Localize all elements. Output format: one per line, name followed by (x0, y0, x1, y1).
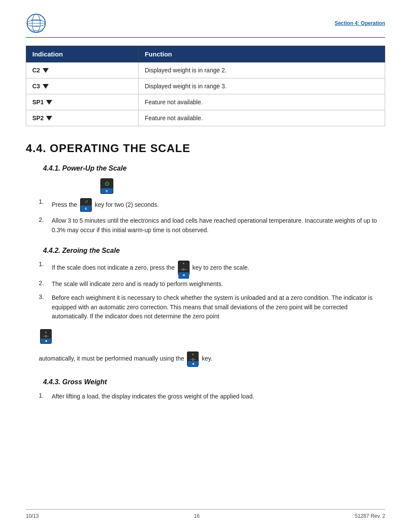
table-cell-indication: SP2 (26, 110, 139, 126)
indication-table: Indication Function C2 Displayed weight … (26, 46, 385, 126)
section-44-heading: 4.4. Operating the Scale (26, 142, 385, 155)
triangle-down-icon (43, 84, 49, 89)
page-header: FAIRBANKS SCALE Section 4: Operation (26, 13, 385, 38)
subsection-443-heading: 4.4.3. Gross Weight (43, 378, 385, 386)
power-symbol: ⏻ (105, 181, 109, 186)
svg-text:SCALE: SCALE (34, 25, 39, 27)
subsection-443: 4.4.3. Gross Weight 1. After lifting a l… (26, 378, 385, 401)
triangle-down-icon (43, 68, 49, 73)
table-cell-function: Displayed weight is in range 3. (138, 78, 385, 94)
zero-key-inline: ● →0← ◄ (178, 261, 190, 275)
list-item: 1. Press the ↺ c key for two (2) seconds… (39, 198, 385, 212)
subsection-441: 4.4.1. Power-Up the Scale ⏻ c 1. Press t… (26, 165, 385, 235)
subsection-441-heading: 4.4.1. Power-Up the Scale (43, 165, 385, 172)
table-cell-indication: C3 (26, 78, 139, 94)
zero-key-inline-3: ● →0← ◄ (187, 352, 199, 366)
list-item-content: The scale will indicate zero and is read… (52, 280, 385, 289)
c-key-inline: ↺ c (80, 198, 92, 212)
list-443: 1. After lifting a load, the display ind… (39, 392, 385, 401)
subsection-442-heading: 4.4.2. Zeroing the Scale (43, 247, 385, 255)
footer-doc: 51287 Rev. 2 (355, 513, 385, 519)
list-item-content: If the scale does not indicate a zero, p… (52, 261, 385, 275)
triangle-down-icon (46, 116, 52, 121)
list-item-content: Press the ↺ c key for two (2) seconds. (52, 198, 385, 212)
section-title: Section 4: Operation (335, 20, 385, 26)
section-44: 4.4. Operating the Scale 4.4.1. Power-Up… (26, 142, 385, 401)
indication-label: SP2 (32, 115, 44, 121)
col-function: Function (138, 46, 385, 62)
table-cell-indication: SP1 (26, 94, 139, 110)
indication-label: SP1 (32, 99, 44, 106)
logo-area: FAIRBANKS SCALE (26, 13, 47, 34)
table-row: C3 Displayed weight is in range 3. (26, 78, 385, 94)
list-item-content: Allow 3 to 5 minutes until the electroni… (52, 216, 385, 235)
key-c-label: c (101, 188, 113, 193)
table-row: SP1 Feature not available. (26, 94, 385, 110)
zero-continuation: ● →0← ◄ (39, 329, 385, 344)
triangle-down-icon (46, 100, 52, 105)
indication-label: C2 (32, 67, 40, 74)
zero-key-inline-2: ● →0← ◄ (40, 329, 52, 344)
table-cell-indication: C2 (26, 62, 139, 78)
list-item-content: After lifting a load, the display indica… (52, 392, 385, 401)
table-row: C2 Displayed weight is in range 2. (26, 62, 385, 78)
footer-date: 10/13 (26, 513, 39, 519)
table-row: SP2 Feature not available. (26, 110, 385, 126)
fairbanks-logo: FAIRBANKS SCALE (26, 13, 47, 34)
list-item: 2. The scale will indicate zero and is r… (39, 280, 385, 289)
col-indication: Indication (26, 46, 139, 62)
list-item: 1. If the scale does not indicate a zero… (39, 261, 385, 275)
list-item-content: Before each weighment it is necessary to… (52, 293, 385, 321)
table-cell-function: Feature not available. (138, 94, 385, 110)
footer-page: 16 (194, 513, 199, 519)
list-item: 3. Before each weighment it is necessary… (39, 293, 385, 321)
list-441: 1. Press the ↺ c key for two (2) seconds… (39, 198, 385, 235)
zero-continuation-text: automatically, it must be performed manu… (39, 352, 385, 366)
svg-text:FAIRBANKS: FAIRBANKS (31, 19, 41, 21)
page: FAIRBANKS SCALE Section 4: Operation Ind… (0, 0, 411, 532)
power-key-icon: ⏻ c (100, 178, 113, 194)
list-item: 1. After lifting a load, the display ind… (39, 392, 385, 401)
list-442: 1. If the scale does not indicate a zero… (39, 261, 385, 321)
list-item: 2. Allow 3 to 5 minutes until the electr… (39, 216, 385, 235)
table-cell-function: Displayed weight is in range 2. (138, 62, 385, 78)
page-footer: 10/13 16 51287 Rev. 2 (26, 509, 385, 519)
indication-label: C3 (32, 83, 40, 90)
subsection-442: 4.4.2. Zeroing the Scale 1. If the scale… (26, 247, 385, 366)
table-cell-function: Feature not available. (138, 110, 385, 126)
